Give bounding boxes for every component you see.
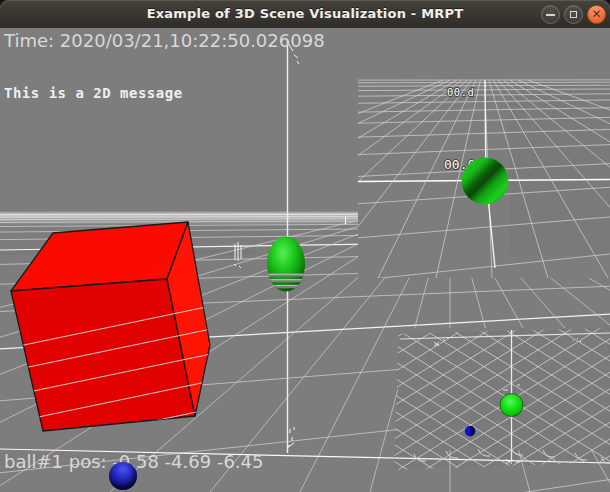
titlebar[interactable]: Example of 3D Scene Visualization - MRPT…: [0, 0, 610, 29]
top-view-green-ball: [462, 158, 509, 205]
message-2d-text: This is a 2D message: [4, 85, 183, 101]
minimize-icon: [546, 14, 555, 16]
maximize-icon: [570, 11, 577, 18]
top-view-label-far: 00.d: [447, 86, 474, 98]
close-button[interactable]: ✕: [587, 5, 606, 24]
window-controls: ✕: [541, 5, 606, 24]
hud-blue-ball: [109, 462, 137, 490]
gl-canvas[interactable]: 00.d 00.0: [0, 28, 610, 492]
close-icon: ✕: [591, 8, 601, 20]
window-title: Example of 3D Scene Visualization - MRPT: [0, 6, 610, 21]
app-window: Example of 3D Scene Visualization - MRPT…: [0, 0, 610, 492]
minimize-button[interactable]: [541, 5, 560, 24]
maximize-button[interactable]: [564, 5, 583, 24]
ortho-green-ball: [500, 394, 523, 417]
time-text: Time: 2020/03/21,10:22:50.026098: [4, 30, 325, 51]
red-box-front-face: [11, 279, 195, 431]
